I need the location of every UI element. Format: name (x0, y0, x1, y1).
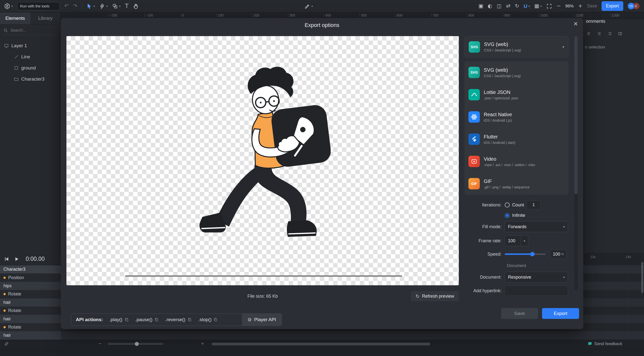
speed-slider[interactable] (505, 253, 546, 255)
keyframe-dot-icon (4, 293, 6, 295)
undo-icon[interactable]: ↶ (64, 4, 69, 9)
copy-icon[interactable] (154, 317, 159, 322)
count-radio[interactable] (505, 203, 510, 208)
search-icon (4, 28, 8, 33)
keyframe-dot-icon (4, 326, 6, 328)
zoom-in-button[interactable]: + (578, 4, 582, 9)
modal-buttons-row: Save Export (464, 308, 579, 319)
link-icon[interactable] (4, 341, 9, 346)
hyperlink-input[interactable] (505, 286, 568, 296)
slider-thumb[interactable] (135, 342, 139, 346)
send-feedback-button[interactable]: Send feedback (588, 341, 622, 346)
layer-item-layer1[interactable]: Layer 1 (0, 40, 60, 51)
animate-tool-button[interactable]: U ▾ (524, 3, 530, 9)
format-option-react-native[interactable]: React Native iOS / Android (.js) (464, 106, 568, 128)
tab-library[interactable]: Library (30, 12, 61, 24)
hyperlink-label: Add hyperlink: (464, 288, 502, 293)
refresh-preview-button[interactable]: ↻ Refresh preview (411, 291, 459, 301)
modal-export-button[interactable]: Export (542, 308, 579, 319)
comments-panel-header: omments (586, 19, 605, 24)
slider-thumb[interactable] (530, 252, 534, 256)
align-icon[interactable] (607, 31, 612, 36)
hand-tool-button[interactable] (133, 3, 139, 9)
infinite-radio[interactable] (505, 213, 510, 218)
close-icon[interactable]: × (574, 20, 578, 28)
search-input[interactable] (10, 28, 53, 33)
count-input[interactable] (526, 200, 541, 210)
align-icon[interactable] (586, 31, 592, 36)
api-actions-label: API actions: (76, 317, 103, 322)
play-button[interactable] (14, 256, 19, 262)
timeline-horizontal-scrollbar[interactable] (212, 343, 430, 345)
modal-scrollbar[interactable] (574, 36, 578, 290)
format-option-lottie[interactable]: Lottie JSON .json / optimized .json (464, 84, 568, 106)
document-select[interactable]: Responsive ▾ (505, 272, 568, 283)
app-logo-menu[interactable]: ▾ (4, 3, 13, 10)
mask-icon[interactable]: ▣ (478, 4, 483, 9)
frame-rate-row: Frame rate: 100 ▾ (464, 235, 568, 246)
api-action-label: .play() (110, 317, 122, 322)
layer-item-line[interactable]: Line (0, 51, 60, 62)
player-api-button[interactable]: ⚙ Player API (242, 314, 282, 326)
notification-badge[interactable]: 15 (628, 3, 634, 10)
api-action-reverse[interactable]: .reverse() (165, 317, 192, 322)
timeline-zoom-out[interactable]: − (98, 341, 101, 346)
frame-rate-label: Frame rate: (464, 238, 502, 244)
swap-icon[interactable]: ⇄ (506, 4, 510, 9)
fit-screen-button[interactable] (546, 3, 552, 9)
count-label: Count (512, 203, 524, 208)
timeline-vertical-scrollbar[interactable] (641, 262, 643, 293)
format-option-flutter[interactable]: Flutter iOS / Android (.dart) (464, 128, 568, 150)
fill-mode-row: Fill mode: Forwards ▾ (464, 221, 568, 232)
contrast-icon[interactable]: ◐ (488, 4, 492, 9)
align-icon[interactable] (597, 31, 602, 36)
zoom-level[interactable]: 96% (565, 4, 574, 9)
text-tool-button[interactable]: T (125, 3, 128, 9)
export-button[interactable]: Export (602, 1, 623, 11)
modal-scrollbar-thumb[interactable] (574, 36, 578, 194)
api-action-pause[interactable]: .pause() (135, 317, 159, 322)
zoom-out-button[interactable]: − (556, 4, 561, 9)
format-dropdown[interactable]: SVG SVG (web) CSS / JavaScript (.svg) ▾ (464, 36, 568, 58)
fill-mode-select[interactable]: Forwards ▾ (505, 221, 568, 232)
redo-icon[interactable]: ↷ (73, 4, 78, 9)
select-tool-button[interactable]: ▾ (86, 3, 95, 9)
timeline-lane[interactable] (61, 331, 644, 339)
api-action-play[interactable]: .play() (110, 317, 129, 322)
skip-to-start-button[interactable] (4, 256, 10, 262)
tab-elements[interactable]: Elements (0, 12, 30, 24)
layer-item-character3[interactable]: Character3 (0, 73, 60, 85)
cursor-icon (86, 3, 92, 9)
api-action-stop[interactable]: .stop() (198, 317, 218, 322)
modal-save-button[interactable]: Save (501, 308, 538, 319)
timeline-ruler-label: 13s (590, 255, 596, 259)
row-label: hair (4, 316, 11, 322)
timeline-zoom-in[interactable]: + (201, 341, 204, 346)
iterations-label: Iterations: (464, 203, 502, 208)
save-button[interactable]: Save (587, 4, 597, 9)
speed-value-box[interactable]: 100 % (550, 249, 567, 259)
panel-toggle-icon[interactable] (618, 31, 622, 36)
feedback-icon (588, 341, 592, 346)
shapes-tool-button[interactable]: ▾ (112, 3, 120, 9)
timeline-row-hair[interactable]: hair (0, 331, 644, 339)
document-row: Document: Responsive ▾ (464, 272, 568, 283)
timeline-zoom-slider[interactable] (108, 343, 163, 345)
flutter-format-icon (468, 133, 480, 145)
speed-value: 100 (553, 252, 560, 257)
format-option-gif[interactable]: GIF GIF .gif / .png / .webp / sequence (464, 172, 568, 195)
grid-view-button[interactable]: ▦ ▾ (534, 4, 542, 9)
layer-item-ground[interactable]: ground (0, 62, 60, 73)
account-avatars: 15 C (628, 2, 640, 10)
run-tools-input[interactable] (17, 2, 60, 10)
split-view-icon[interactable]: ◫ (497, 4, 502, 9)
pen-tool-button[interactable]: ▾ (99, 3, 108, 9)
copy-icon[interactable] (124, 317, 129, 322)
format-option-svg-web[interactable]: SVG SVG (web) CSS / JavaScript (.svg) (464, 61, 568, 84)
frame-rate-select[interactable]: 100 ▾ (505, 235, 528, 246)
format-option-video[interactable]: Video .mp4 / .avi / .mov / .webm / .mkv (464, 150, 568, 172)
copy-icon[interactable] (213, 317, 218, 322)
pencil-tool-button[interactable] (304, 3, 310, 9)
copy-icon[interactable] (188, 317, 192, 322)
rotate-icon[interactable]: ↻ (515, 4, 519, 9)
